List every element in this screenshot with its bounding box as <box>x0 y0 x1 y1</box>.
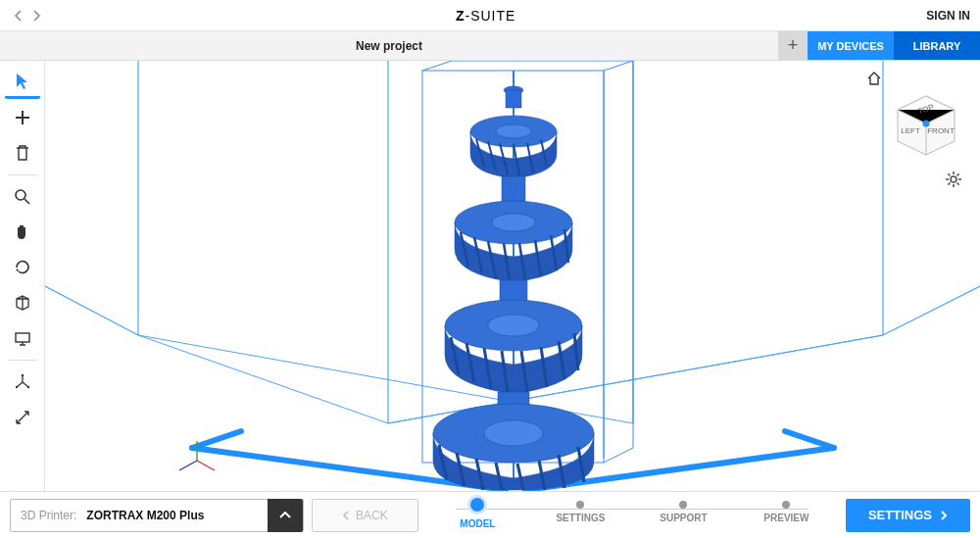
app-title-suffix: -SUITE <box>466 8 516 24</box>
printer-dropdown-toggle[interactable] <box>268 499 303 532</box>
settings-next-button[interactable]: SETTINGS <box>846 499 970 532</box>
printer-selector[interactable]: 3D Printer: ZORTRAX M200 Plus <box>10 499 304 532</box>
viewcube-front-label: FRONT <box>927 126 955 135</box>
scale-tool[interactable] <box>5 401 40 434</box>
chevron-right-icon <box>940 511 948 520</box>
app-title: Z-SUITE <box>45 8 926 24</box>
svg-point-0 <box>16 190 25 200</box>
svg-line-60 <box>957 183 959 185</box>
app-title-prefix: Z <box>456 8 466 24</box>
step-preview[interactable]: PREVIEW <box>735 501 838 529</box>
left-toolbar <box>0 61 45 491</box>
svg-point-38 <box>488 315 539 336</box>
my-devices-tab[interactable]: MY DEVICES <box>808 31 894 60</box>
workflow-stepper: MODEL SETTINGS SUPPORT PREVIEW <box>426 499 838 532</box>
back-button-label: BACK <box>356 509 388 522</box>
move-tool[interactable] <box>5 366 40 399</box>
step-model[interactable]: MODEL <box>426 501 529 529</box>
viewport-3d[interactable]: TOP LEFT FRONT <box>45 61 980 491</box>
zoom-tool[interactable] <box>5 180 40 214</box>
svg-point-27 <box>492 214 535 231</box>
svg-point-54 <box>951 176 956 182</box>
delete-tool[interactable] <box>5 136 40 170</box>
svg-rect-8 <box>506 90 521 108</box>
pan-tool[interactable] <box>5 216 40 249</box>
rotate-tool[interactable] <box>5 251 40 284</box>
viewcube-left-label: LEFT <box>901 126 920 135</box>
library-tab[interactable]: LIBRARY <box>894 31 980 60</box>
svg-rect-1 <box>16 333 29 342</box>
svg-point-49 <box>484 420 543 446</box>
svg-point-2 <box>21 374 23 376</box>
presentation-tool[interactable] <box>5 321 40 355</box>
chevron-left-icon <box>342 511 350 520</box>
select-tool[interactable] <box>5 66 40 99</box>
view-cube[interactable]: TOP LEFT FRONT <box>890 90 962 163</box>
settings-button-label: SETTINGS <box>868 508 932 522</box>
svg-point-3 <box>15 386 17 388</box>
project-tab[interactable]: New project <box>0 31 778 60</box>
viewport-settings-button[interactable] <box>945 171 962 192</box>
svg-point-16 <box>496 124 531 138</box>
nav-back-button[interactable] <box>10 7 27 24</box>
cube-view-tool[interactable] <box>5 286 40 319</box>
home-view-button[interactable] <box>866 71 882 90</box>
svg-line-51 <box>197 461 215 470</box>
nav-forward-button[interactable] <box>27 7 45 24</box>
printer-label: 3D Printer: <box>11 509 86 522</box>
svg-line-62 <box>948 183 950 185</box>
svg-line-52 <box>179 461 197 470</box>
back-button[interactable]: BACK <box>312 499 418 532</box>
svg-line-59 <box>948 173 950 175</box>
sign-in-button[interactable]: SIGN IN <box>926 9 970 23</box>
scene-render <box>45 61 980 491</box>
step-settings[interactable]: SETTINGS <box>529 501 632 529</box>
svg-point-4 <box>26 386 28 388</box>
svg-point-53 <box>923 121 930 127</box>
svg-line-61 <box>957 173 959 175</box>
add-tool[interactable] <box>5 101 40 134</box>
printer-value: ZORTRAX M200 Plus <box>86 509 204 522</box>
step-support[interactable]: SUPPORT <box>632 501 735 529</box>
add-tab-button[interactable]: + <box>778 31 808 60</box>
svg-rect-17 <box>502 176 525 204</box>
